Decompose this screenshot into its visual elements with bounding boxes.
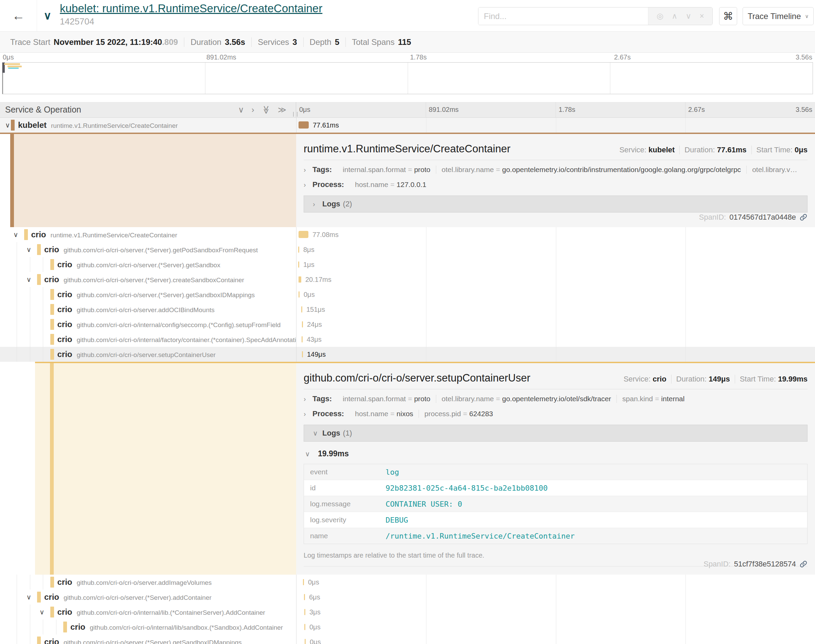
minimap-canvas[interactable] [2, 62, 813, 94]
span-row[interactable]: ∨ criogithub.com/cri-o/cri-o/server.(*Se… [0, 272, 815, 287]
span-row[interactable]: criogithub.com/cri-o/cri-o/server.addOCI… [0, 302, 815, 317]
span-row-timeline[interactable]: 24μs [296, 317, 815, 332]
span-expand-chevron-icon[interactable]: ∨ [40, 604, 44, 619]
trace-view-selector[interactable]: Trace Timeline ∨ [743, 7, 813, 25]
span-duration-bar[interactable] [299, 276, 301, 282]
span-row[interactable]: criogithub.com/cri-o/cri-o/server.(*Serv… [0, 287, 815, 302]
collapse-one-icon[interactable]: ∨ [238, 106, 244, 114]
indent-guide [43, 332, 43, 347]
span-row-timeline[interactable]: 20.17ms [296, 272, 815, 287]
collapse-all-icon[interactable]: ≫ [262, 106, 270, 114]
copy-link-icon[interactable] [800, 560, 807, 568]
span-row[interactable]: ∨ criogithub.com/cri-o/cri-o/server.(*Se… [0, 242, 815, 257]
span-row-timeline[interactable]: 3μs [296, 604, 815, 619]
span-row-timeline[interactable]: 77.61ms [296, 118, 815, 133]
span-duration-bar[interactable] [301, 307, 302, 313]
chevron-right-icon: › [303, 410, 308, 418]
span-expand-chevron-icon[interactable]: ∨ [5, 118, 10, 133]
span-row[interactable]: ∨ criogithub.com/cri-o/cri-o/internal/li… [0, 604, 815, 619]
log-field-row: log.severity DEBUG [304, 512, 807, 528]
span-duration-bar[interactable] [299, 121, 309, 129]
tags-row[interactable]: › Tags: internal.span.format=protootel.l… [303, 393, 807, 404]
summary-label: Duration [190, 37, 221, 47]
span-row[interactable]: ∨ crioruntime.v1.RuntimeService/CreateCo… [0, 227, 815, 242]
timeline-grid-header: Service & Operation ∨ › ≫ ≫ 0μs 891.02ms… [0, 102, 815, 118]
span-expand-chevron-icon[interactable]: ∨ [26, 272, 32, 287]
span-row[interactable]: ∨ kubeletruntime.v1.RuntimeService/Creat… [0, 118, 815, 133]
span-row-timeline[interactable]: 6μs [296, 590, 815, 604]
back-button[interactable]: ← [0, 0, 37, 31]
span-row-timeline[interactable]: 43μs [296, 332, 815, 347]
span-duration-bar[interactable] [304, 594, 305, 600]
trace-collapse-icon[interactable]: ∨ [43, 10, 51, 21]
span-row[interactable]: criogithub.com/cri-o/cri-o/internal/lib/… [0, 619, 815, 635]
span-service-name: crio [44, 592, 59, 601]
log-field-value: /runtime.v1.RuntimeService/CreateContain… [386, 532, 574, 540]
span-operation-name: github.com/cri-o/cri-o/server.addOCIBind… [77, 307, 215, 313]
span-row-timeline[interactable]: 151μs [296, 302, 815, 317]
service-color-bar [50, 319, 54, 330]
span-duration-bar[interactable] [298, 247, 299, 253]
find-controls: ◎ ∧ ∨ × [648, 8, 712, 25]
span-expand-chevron-icon[interactable]: ∨ [26, 590, 32, 604]
span-duration-bar[interactable] [299, 291, 300, 297]
span-row-timeline[interactable]: 149μs [296, 347, 815, 362]
span-duration-bar[interactable] [304, 624, 305, 630]
process-row[interactable]: › Process: host.name=nixosprocess.pid=62… [303, 408, 807, 419]
span-row-timeline[interactable]: 77.08ms [296, 227, 815, 242]
next-result-icon[interactable]: ∨ [685, 12, 691, 20]
tags-row[interactable]: › Tags: internal.span.format=protootel.l… [303, 164, 807, 175]
span-duration-bar[interactable] [305, 639, 306, 644]
span-row[interactable]: criogithub.com/cri-o/cri-o/server.(*Serv… [0, 635, 815, 644]
span-row[interactable]: criogithub.com/cri-o/cri-o/server.addIma… [0, 575, 815, 590]
copy-link-icon[interactable] [800, 213, 807, 221]
process-key: host.name [355, 410, 388, 417]
span-duration-bar[interactable] [302, 336, 303, 342]
span-row[interactable]: criogithub.com/cri-o/cri-o/server.(*Serv… [0, 257, 815, 272]
span-row-timeline[interactable]: 8μs [296, 242, 815, 257]
logs-accordion-collapsed[interactable]: › Logs (2) [303, 196, 807, 213]
trace-title-link[interactable]: kubelet: runtime.v1.RuntimeService/Creat… [60, 2, 322, 15]
keyboard-shortcuts-button[interactable]: ⌘ [719, 7, 737, 25]
log-entry-header[interactable]: ∨ 19.99ms [303, 449, 807, 458]
expand-one-icon[interactable]: › [251, 106, 254, 114]
prev-result-icon[interactable]: ∧ [671, 12, 677, 20]
span-row-timeline[interactable]: 0μs [296, 619, 815, 635]
span-duration-label: 77.08ms [313, 227, 339, 242]
spanid-row: SpanID: 0174567d17a0448e [699, 213, 807, 222]
span-row-timeline[interactable]: 0μs [296, 575, 815, 590]
log-field-value: DEBUG [386, 516, 408, 524]
span-row-timeline[interactable]: 1μs [296, 257, 815, 272]
span-row[interactable]: criogithub.com/cri-o/cri-o/server.setupC… [0, 347, 815, 362]
summary-label: Trace Start [10, 37, 50, 47]
span-row-timeline[interactable]: 0μs [296, 635, 815, 644]
tag-item: otel.library.v… [746, 166, 807, 174]
span-duration-bar[interactable] [302, 351, 303, 357]
span-expand-chevron-icon[interactable]: ∨ [13, 227, 18, 242]
expand-all-icon[interactable]: ≫ [278, 106, 286, 114]
clear-search-icon[interactable]: × [699, 12, 704, 20]
span-row[interactable]: ∨ criogithub.com/cri-o/cri-o/server.(*Se… [0, 590, 815, 604]
span-expand-chevron-icon[interactable]: ∨ [26, 242, 32, 257]
indent-guide [43, 287, 43, 302]
summary-item: Trace Start November 15 2022, 11:19:40 .… [4, 37, 184, 47]
span-duration-bar[interactable] [302, 321, 303, 327]
process-value: 127.0.0.1 [397, 181, 426, 189]
tag-separator: = [406, 166, 414, 173]
span-duration-bar[interactable] [298, 261, 299, 268]
locate-icon[interactable]: ◎ [657, 12, 663, 20]
span-duration-bar[interactable] [303, 579, 304, 585]
process-row[interactable]: › Process: host.name=127.0.0.1 [303, 179, 807, 190]
span-row[interactable]: criogithub.com/cri-o/cri-o/internal/fact… [0, 332, 815, 347]
span-operation-name: github.com/cri-o/cri-o/server.(*Server).… [64, 247, 258, 254]
span-row-left: ∨ crioruntime.v1.RuntimeService/CreateCo… [0, 227, 296, 242]
duration-label: Duration: [676, 375, 706, 383]
span-duration-label: 77.61ms [313, 118, 339, 133]
span-duration-bar[interactable] [299, 231, 308, 238]
span-row[interactable]: criogithub.com/cri-o/cri-o/internal/conf… [0, 317, 815, 332]
span-duration-bar[interactable] [304, 609, 305, 615]
find-input[interactable] [478, 8, 648, 25]
span-row-timeline[interactable]: 0μs [296, 287, 815, 302]
logs-accordion-expanded[interactable]: ∨ Logs (1) [303, 425, 807, 442]
span-list-top: ∨ kubeletruntime.v1.RuntimeService/Creat… [0, 118, 815, 133]
